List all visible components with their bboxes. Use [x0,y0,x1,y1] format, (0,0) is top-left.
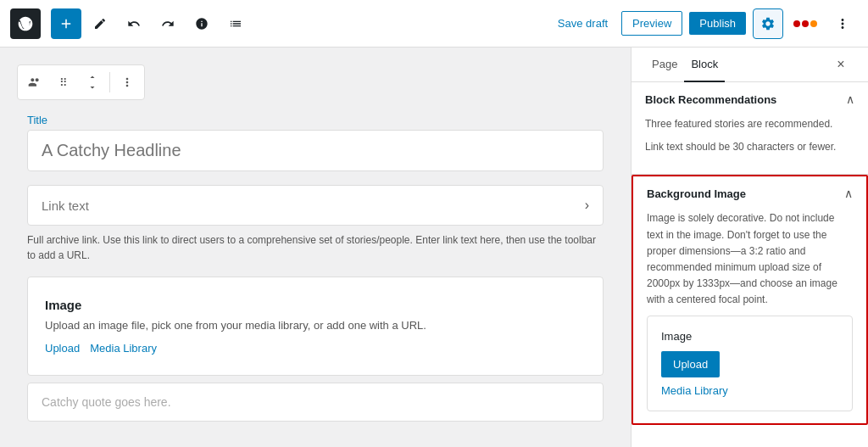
move-up-button[interactable] [79,69,106,96]
background-image-title: Background Image [647,187,746,200]
link-text-input[interactable] [28,187,571,225]
info-button[interactable] [186,8,217,39]
background-image-description: Image is solely decorative. Do not inclu… [647,210,853,308]
settings-button[interactable] [753,8,783,39]
tab-block[interactable]: Block [684,47,725,82]
recommendations-text2: Link text should be 30 characters or few… [645,139,854,155]
block-recommendations-header[interactable]: Block Recommendations ∧ [632,82,868,116]
more-options-button[interactable] [827,8,858,39]
media-library-link[interactable]: Media Library [90,342,157,355]
tab-page[interactable]: Page [645,47,684,82]
undo-button[interactable] [119,8,149,39]
recommendations-text1: Three featured stories are recommended. [645,116,854,132]
preview-button[interactable]: Preview [621,11,682,36]
list-view-button[interactable] [220,8,251,39]
background-image-header[interactable]: Background Image ∧ [633,176,866,210]
publish-button[interactable]: Publish [689,12,746,35]
media-library-link-sidebar[interactable]: Media Library [661,384,838,397]
redo-button[interactable] [153,8,183,39]
title-input[interactable] [27,130,604,171]
yoast-icon[interactable] [790,17,821,31]
more-block-options[interactable] [114,69,141,96]
image-block: Image Upload an image file, pick one fro… [27,277,604,376]
catchy-quote: Catchy quote goes here. [27,383,604,422]
wp-logo[interactable] [10,8,41,39]
sidebar: Page Block × Block Recommendations ∧ Thr… [631,47,868,447]
sidebar-tabs: Page Block × [632,47,868,82]
upload-link[interactable]: Upload [45,342,80,355]
edit-button[interactable] [85,8,115,39]
image-block-heading: Image [45,298,586,312]
chevron-up-icon: ∧ [846,92,854,106]
image-upload-label: Image [661,330,838,343]
background-image-content: Image is solely decorative. Do not inclu… [633,210,866,422]
toolbar-divider [109,72,110,92]
block-recommendations-title: Block Recommendations [645,93,776,106]
drag-handle[interactable]: ⠿ [50,69,77,96]
upload-button[interactable]: Upload [661,351,720,377]
image-upload-box: Image Upload Media Library [647,316,853,411]
link-arrow-icon[interactable]: › [571,186,603,225]
main-layout: ⠿ Title › Full archive link. Use this li… [0,47,868,447]
helper-text: Full archive link. Use this link to dire… [27,232,604,263]
chevron-up-icon-bg: ∧ [844,187,853,200]
image-block-links: Upload Media Library [45,342,586,355]
title-label: Title [27,114,604,126]
editor-content: Title › Full archive link. Use this link… [27,114,604,422]
image-block-description: Upload an image file, pick one from your… [45,319,586,332]
block-toolbar: ⠿ [17,64,145,100]
background-image-section: Background Image ∧ Image is solely decor… [632,175,868,424]
block-recommendations-content: Three featured stories are recommended. … [632,116,868,174]
block-users-icon[interactable] [21,69,48,96]
top-toolbar: Save draft Preview Publish [0,0,868,47]
save-draft-button[interactable]: Save draft [551,12,615,35]
toolbar-left [10,8,551,39]
add-block-button[interactable] [51,8,81,39]
block-recommendations-section: Block Recommendations ∧ Three featured s… [632,82,868,175]
toolbar-right: Save draft Preview Publish [551,8,858,39]
link-text-row: › [27,185,604,226]
close-sidebar-button[interactable]: × [827,51,854,78]
editor-area: ⠿ Title › Full archive link. Use this li… [0,47,631,447]
